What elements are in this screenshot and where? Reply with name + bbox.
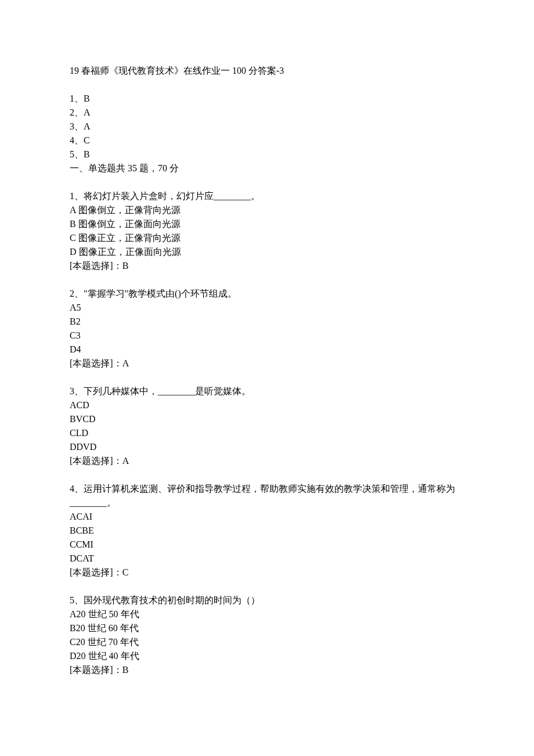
- question-option: ACAI: [70, 510, 464, 524]
- question-option: DCAT: [70, 552, 464, 566]
- answer-key-item: 3、A: [70, 120, 464, 134]
- question-stem: 1、将幻灯片装入片盒时，幻灯片应________。: [70, 189, 464, 203]
- answer-key-item: 1、B: [70, 92, 464, 106]
- question-option: BCBE: [70, 524, 464, 538]
- spacer: [70, 78, 464, 92]
- question-option: B2: [70, 315, 464, 329]
- question-option: A 图像倒立，正像背向光源: [70, 203, 464, 217]
- question-option: C3: [70, 329, 464, 343]
- spacer: [70, 175, 464, 189]
- question-option: D20 世纪 40 年代: [70, 649, 464, 663]
- spacer: [70, 370, 464, 384]
- question-answer: [本题选择]：A: [70, 454, 464, 468]
- answer-key-item: 2、A: [70, 106, 464, 120]
- question-option: BVCD: [70, 412, 464, 426]
- question-stem: 2、"掌握学习"教学模式由()个环节组成。: [70, 287, 464, 301]
- question-answer: [本题选择]：B: [70, 259, 464, 273]
- spacer: [70, 579, 464, 593]
- document-title: 19 春福师《现代教育技术》在线作业一 100 分答案-3: [70, 64, 464, 78]
- question-stem: 3、下列几种媒体中，________是听觉媒体。: [70, 384, 464, 398]
- question-option: D 图像正立，正像面向光源: [70, 245, 464, 259]
- question-option: D4: [70, 343, 464, 357]
- question-answer: [本题选择]：B: [70, 663, 464, 677]
- question-stem: 4、运用计算机来监测、评价和指导教学过程，帮助教师实施有效的教学决策和管理，通常…: [70, 482, 464, 510]
- spacer: [70, 468, 464, 482]
- answer-key-item: 5、B: [70, 147, 464, 161]
- question-answer: [本题选择]：A: [70, 357, 464, 370]
- question-stem: 5、国外现代教育技术的初创时期的时间为（）: [70, 593, 464, 607]
- question-option: CLD: [70, 426, 464, 440]
- spacer: [70, 273, 464, 287]
- question-answer: [本题选择]：C: [70, 566, 464, 579]
- question-option: CCMI: [70, 538, 464, 552]
- section-header: 一、单选题共 35 题，70 分: [70, 161, 464, 175]
- question-option: B20 世纪 60 年代: [70, 621, 464, 635]
- question-option: C20 世纪 70 年代: [70, 635, 464, 649]
- document-page: 19 春福师《现代教育技术》在线作业一 100 分答案-3 1、B 2、A 3、…: [0, 0, 534, 756]
- question-option: DDVD: [70, 440, 464, 454]
- question-option: A20 世纪 50 年代: [70, 607, 464, 621]
- answer-key-item: 4、C: [70, 134, 464, 147]
- question-option: ACD: [70, 398, 464, 412]
- question-option: A5: [70, 301, 464, 315]
- question-option: B 图像倒立，正像面向光源: [70, 217, 464, 231]
- question-option: C 图像正立，正像背向光源: [70, 231, 464, 245]
